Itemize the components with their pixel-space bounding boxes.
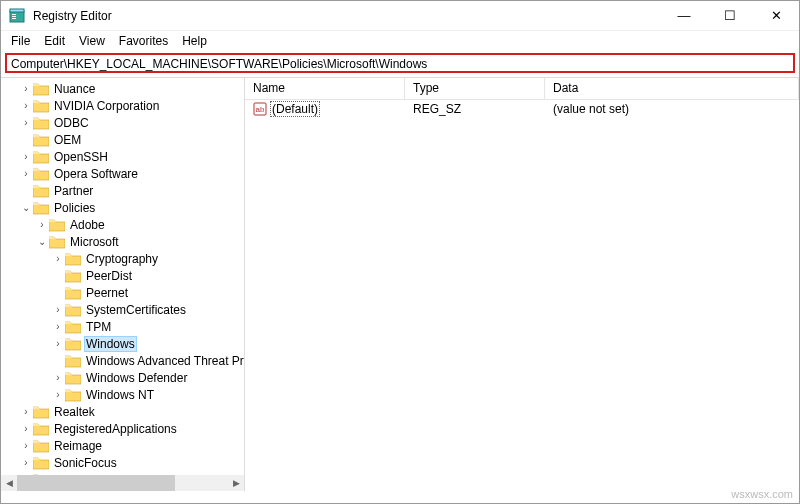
svg-rect-4: [12, 18, 16, 19]
tree-item[interactable]: ›NVIDIA Corporation: [3, 97, 244, 114]
tree-item[interactable]: ›OpenSSH: [3, 148, 244, 165]
tree-item[interactable]: ›RegisteredApplications: [3, 420, 244, 437]
menu-file[interactable]: File: [5, 32, 36, 50]
tree-item-label: Policies: [52, 201, 97, 215]
chevron-right-icon[interactable]: ›: [51, 371, 65, 385]
tree-item[interactable]: OEM: [3, 131, 244, 148]
tree-item-label: Microsoft: [68, 235, 121, 249]
tree-item[interactable]: ›Windows NT: [3, 386, 244, 403]
chevron-right-icon[interactable]: ›: [19, 422, 33, 436]
chevron-right-icon[interactable]: ›: [51, 252, 65, 266]
tree-item[interactable]: ›Windows: [3, 335, 244, 352]
chevron-right-icon[interactable]: ›: [19, 456, 33, 470]
chevron-down-icon[interactable]: ⌄: [19, 201, 33, 215]
tree-item[interactable]: ›TPM: [3, 318, 244, 335]
tree-pane[interactable]: ›Nuance›NVIDIA Corporation›ODBCOEM›OpenS…: [1, 78, 245, 491]
tree-item[interactable]: ›Cryptography: [3, 250, 244, 267]
chevron-right-icon[interactable]: ›: [19, 150, 33, 164]
window-title: Registry Editor: [33, 9, 112, 23]
svg-rect-3: [12, 16, 16, 17]
chevron-right-icon[interactable]: ›: [35, 218, 49, 232]
tree-item-label: SonicFocus: [52, 456, 119, 470]
chevron-right-icon[interactable]: ›: [19, 439, 33, 453]
column-type[interactable]: Type: [405, 78, 545, 99]
address-path: Computer\HKEY_LOCAL_MACHINE\SOFTWARE\Pol…: [11, 57, 427, 71]
values-header: Name Type Data: [245, 78, 799, 100]
svg-rect-2: [12, 14, 16, 15]
tree-item-label: NVIDIA Corporation: [52, 99, 161, 113]
column-data[interactable]: Data: [545, 78, 799, 99]
svg-text:ab: ab: [256, 105, 265, 114]
tree-item-label: ODBC: [52, 116, 91, 130]
scroll-track[interactable]: [17, 475, 228, 491]
menu-view[interactable]: View: [73, 32, 111, 50]
chevron-right-icon[interactable]: ›: [51, 388, 65, 402]
registry-tree: ›Nuance›NVIDIA Corporation›ODBCOEM›OpenS…: [1, 78, 244, 491]
tree-item[interactable]: ›ODBC: [3, 114, 244, 131]
content-area: ›Nuance›NVIDIA Corporation›ODBCOEM›OpenS…: [1, 77, 799, 491]
tree-item[interactable]: Peernet: [3, 284, 244, 301]
chevron-right-icon[interactable]: ›: [51, 320, 65, 334]
watermark: wsxwsx.com: [731, 488, 793, 500]
chevron-right-icon[interactable]: ›: [19, 99, 33, 113]
scroll-thumb[interactable]: [17, 475, 175, 491]
value-name: (Default): [270, 101, 320, 117]
tree-item[interactable]: Windows Advanced Threat Prote: [3, 352, 244, 369]
tree-item-label: Adobe: [68, 218, 107, 232]
regedit-icon: [9, 8, 25, 24]
value-row[interactable]: ab(Default)REG_SZ(value not set): [245, 100, 799, 118]
tree-item-label: Windows NT: [84, 388, 156, 402]
values-list: ab(Default)REG_SZ(value not set): [245, 100, 799, 118]
chevron-right-icon[interactable]: ›: [19, 82, 33, 96]
tree-item-label: OEM: [52, 133, 83, 147]
tree-item-label: Peernet: [84, 286, 130, 300]
tree-item-label: Windows Defender: [84, 371, 189, 385]
minimize-button[interactable]: —: [661, 1, 707, 31]
close-button[interactable]: ✕: [753, 1, 799, 31]
tree-item[interactable]: PeerDist: [3, 267, 244, 284]
tree-item-label: Reimage: [52, 439, 104, 453]
tree-item-label: Partner: [52, 184, 95, 198]
tree-item-label: Windows Advanced Threat Prote: [84, 354, 245, 368]
tree-item[interactable]: ›SystemCertificates: [3, 301, 244, 318]
menubar: File Edit View Favorites Help: [1, 31, 799, 51]
tree-item-label: Opera Software: [52, 167, 140, 181]
tree-item[interactable]: ›Nuance: [3, 80, 244, 97]
chevron-right-icon[interactable]: ›: [51, 337, 65, 351]
tree-item[interactable]: ›Reimage: [3, 437, 244, 454]
tree-item[interactable]: ›Windows Defender: [3, 369, 244, 386]
value-type: REG_SZ: [405, 102, 545, 116]
scroll-left-icon[interactable]: ◀: [1, 475, 17, 491]
tree-horizontal-scrollbar[interactable]: ◀ ▶: [1, 475, 244, 491]
chevron-right-icon[interactable]: ›: [19, 167, 33, 181]
tree-item-label: PeerDist: [84, 269, 134, 283]
tree-item-label: Realtek: [52, 405, 97, 419]
tree-item[interactable]: Partner: [3, 182, 244, 199]
address-bar[interactable]: Computer\HKEY_LOCAL_MACHINE\SOFTWARE\Pol…: [5, 53, 795, 73]
chevron-right-icon[interactable]: ›: [19, 116, 33, 130]
chevron-right-icon[interactable]: ›: [19, 405, 33, 419]
tree-item[interactable]: ›Adobe: [3, 216, 244, 233]
tree-item-label: TPM: [84, 320, 113, 334]
tree-item-label: Cryptography: [84, 252, 160, 266]
values-pane[interactable]: Name Type Data ab(Default)REG_SZ(value n…: [245, 78, 799, 491]
tree-item[interactable]: ›SonicFocus: [3, 454, 244, 471]
tree-item[interactable]: ›Realtek: [3, 403, 244, 420]
menu-help[interactable]: Help: [176, 32, 213, 50]
chevron-down-icon[interactable]: ⌄: [35, 235, 49, 249]
tree-item[interactable]: ⌄Microsoft: [3, 233, 244, 250]
maximize-button[interactable]: ☐: [707, 1, 753, 31]
menu-edit[interactable]: Edit: [38, 32, 71, 50]
column-name[interactable]: Name: [245, 78, 405, 99]
svg-rect-1: [10, 9, 24, 12]
tree-item[interactable]: ⌄Policies: [3, 199, 244, 216]
scroll-right-icon[interactable]: ▶: [228, 475, 244, 491]
tree-item-label: SystemCertificates: [84, 303, 188, 317]
tree-item-label: OpenSSH: [52, 150, 110, 164]
chevron-right-icon[interactable]: ›: [51, 303, 65, 317]
tree-item[interactable]: ›Opera Software: [3, 165, 244, 182]
tree-item-label: RegisteredApplications: [52, 422, 179, 436]
menu-favorites[interactable]: Favorites: [113, 32, 174, 50]
tree-item-label: Nuance: [52, 82, 97, 96]
value-data: (value not set): [545, 102, 799, 116]
